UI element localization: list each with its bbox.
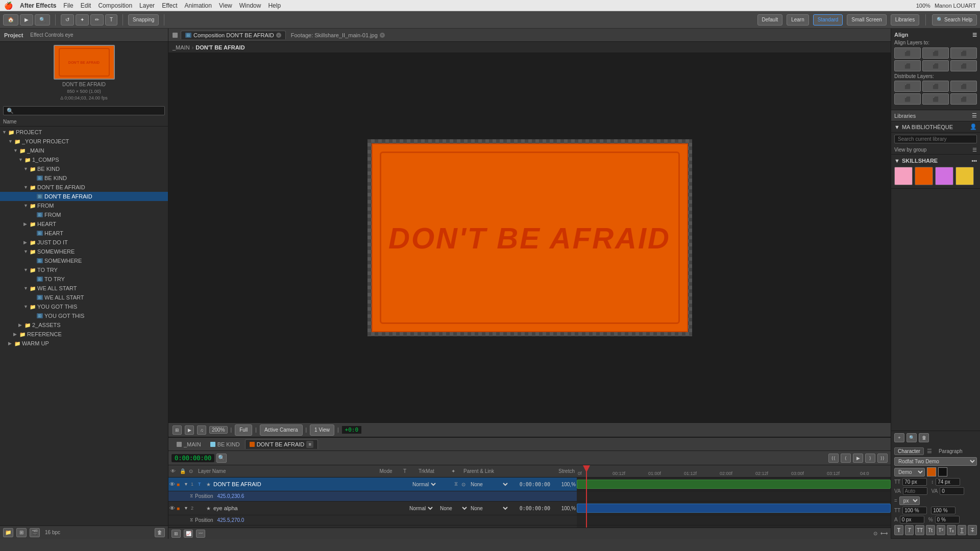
footage-tab-close[interactable]: × <box>380 33 385 38</box>
snapping-toggle[interactable]: Snapping <box>128 14 159 26</box>
tl-tab-be-kind[interactable]: BE KIND <box>206 440 244 448</box>
character-tab[interactable]: Character <box>894 447 924 455</box>
tl-current-time[interactable]: 0:00:00:00 <box>172 454 214 462</box>
project-search-input[interactable] <box>3 106 165 115</box>
puppet-tool[interactable]: ✦ <box>76 14 89 26</box>
expand-we-all-start-folder[interactable]: ▼ <box>23 286 30 291</box>
comp-views-select[interactable]: 1 View <box>310 424 334 436</box>
tree-to-try-folder[interactable]: ▼ 📁 TO TRY <box>0 265 168 274</box>
tl-l1-position-value[interactable]: 425.0,230.6 <box>217 493 244 499</box>
new-comp-btn[interactable]: ⊞ <box>16 528 27 537</box>
expand-warm-up[interactable]: ▶ <box>8 341 14 346</box>
char-leading-input[interactable] <box>936 478 960 486</box>
paragraph-tab[interactable]: Paragraph <box>935 447 966 455</box>
expand-comps[interactable]: ▼ <box>18 157 24 162</box>
dist-center-h-btn[interactable]: ⬛ <box>922 81 949 92</box>
file-menu[interactable]: File <box>63 2 73 9</box>
char-underline-btn[interactable]: T <box>958 525 967 535</box>
skillshare-group-header[interactable]: ▼ SKILLSHARE ••• <box>894 158 977 164</box>
layer-menu[interactable]: Layer <box>139 2 155 9</box>
expand-assets[interactable]: ▶ <box>18 322 24 328</box>
tl-prev-keyframe-btn[interactable]: ⟨ <box>841 454 851 463</box>
char-kern-input[interactable] <box>903 487 927 495</box>
new-folder-btn[interactable]: 📁 <box>3 528 13 537</box>
project-tree[interactable]: ▼ 📁 PROJECT ▼ 📁 _YOUR PROJECT ▼ 📁 _MAIN … <box>0 127 168 525</box>
align-top-btn[interactable]: ⬛ <box>894 60 921 71</box>
char-font-select[interactable]: Rodfat Two Demo <box>894 457 977 466</box>
tl-bottom-motion-btn[interactable]: 〰 <box>196 530 205 538</box>
tl-l2-expand[interactable]: ▼ <box>184 506 191 511</box>
workspace-standard[interactable]: Standard <box>813 14 843 26</box>
tl-l1-keys-toggle[interactable]: ⧖ <box>454 481 461 487</box>
align-right-btn[interactable]: ⬛ <box>950 47 977 59</box>
tree-you-got-this-comp[interactable]: ⊞ YOU GOT THIS <box>0 311 168 320</box>
window-menu[interactable]: Window <box>239 2 261 9</box>
lib-search-input[interactable] <box>894 135 977 143</box>
tree-heart-folder[interactable]: ▶ 📁 HEART <box>0 219 168 229</box>
char-sub-btn[interactable]: T₂ <box>947 525 956 535</box>
breadcrumb-main[interactable]: _MAIN <box>173 44 190 51</box>
comp-tab-dba[interactable]: ⊞ Composition DON'T BE AFRAID × <box>181 31 286 39</box>
tl-next-keyframe-btn[interactable]: ⟩ <box>865 454 875 463</box>
tl-l1-mode[interactable]: Normal <box>410 481 441 488</box>
ma-bibliotheque-header[interactable]: ▼ MA BIBLIOTHÈQUE 👤 <box>891 121 980 133</box>
align-settings-icon[interactable]: ☰ <box>972 32 977 38</box>
lib-search-btn[interactable]: 🔍 <box>906 433 917 442</box>
tl-l1-solo[interactable]: ⊙ <box>461 482 469 487</box>
tree-to-try-comp[interactable]: ⊞ TO TRY <box>0 274 168 284</box>
tl-l2-position-value[interactable]: 425.5,270.0 <box>217 517 244 523</box>
tree-heart-comp[interactable]: ⊞ HEART <box>0 229 168 238</box>
workspace-learn[interactable]: Learn <box>787 14 809 26</box>
tl-l1-parent-select[interactable]: None <box>469 481 509 488</box>
tree-dba-folder[interactable]: ▼ 📁 DON'T BE AFRAID <box>0 183 168 192</box>
expand-main[interactable]: ▼ <box>13 148 19 153</box>
dist-center-v-btn[interactable]: ⬛ <box>922 93 949 105</box>
char-track-input[interactable] <box>940 487 964 495</box>
lib-swatch-purple[interactable] <box>935 167 953 185</box>
char-style-select[interactable]: Demo <box>894 468 925 477</box>
delete-btn[interactable]: 🗑 <box>155 528 165 537</box>
char-strikethrough-btn[interactable]: T <box>968 525 977 535</box>
libraries-header[interactable]: Libraries ☰ <box>891 110 980 121</box>
skillshare-more-icon[interactable]: ••• <box>971 158 977 164</box>
align-center-h-btn[interactable]: ⬛ <box>922 47 949 59</box>
tree-reference[interactable]: ▶ 📁 REFERENCE <box>0 330 168 339</box>
composition-menu[interactable]: Composition <box>98 2 132 9</box>
view-menu[interactable]: View <box>219 2 232 9</box>
char-units-select[interactable]: px <box>899 496 920 505</box>
expand-reference[interactable]: ▶ <box>13 332 19 337</box>
tree-be-kind-folder[interactable]: ▼ 📁 BE KIND <box>0 164 168 173</box>
text-tool[interactable]: T <box>105 14 117 26</box>
rotation-tool[interactable]: ↺ <box>61 14 74 26</box>
footage-tab[interactable]: Footage: Skillshare_II_main-01.jpg × <box>287 31 389 39</box>
char-fill-color[interactable] <box>927 467 936 477</box>
char-size-input[interactable] <box>902 478 927 486</box>
dist-left-btn[interactable]: ⬛ <box>894 81 921 92</box>
tl-layer-2[interactable]: 👁 ■ ▼ 2 ★ eye alpha Normal <box>168 502 577 515</box>
expand-your-project[interactable]: ▼ <box>8 139 14 144</box>
tree-we-all-start-folder[interactable]: ▼ 📁 WE ALL START <box>0 284 168 293</box>
tl-goto-start-btn[interactable]: ⟨⟨ <box>828 454 839 463</box>
expand-heart-folder[interactable]: ▶ <box>23 221 30 227</box>
expand-be-kind[interactable]: ▼ <box>23 166 30 171</box>
zoom-tool[interactable]: 🔍 <box>35 14 50 26</box>
char-allcaps-btn[interactable]: TT <box>915 525 924 535</box>
tree-somewhere-comp[interactable]: ⊞ SOMEWHERE <box>0 256 168 265</box>
app-name-menu[interactable]: After Effects <box>20 2 56 9</box>
expand-to-try-folder[interactable]: ▼ <box>23 267 30 272</box>
char-scalev-input[interactable] <box>931 507 955 514</box>
view-by-label[interactable]: View by group <box>894 147 926 153</box>
tl-l2-position-stopwatch[interactable]: ⧖ <box>190 517 193 523</box>
libraries-menu-icon[interactable]: ☰ <box>972 112 977 119</box>
char-scaleh-input[interactable] <box>902 507 927 514</box>
char-baseline-input[interactable] <box>900 516 924 523</box>
tl-l1-expand[interactable]: ▼ <box>184 482 191 487</box>
comp-camera-select[interactable]: Active Camera <box>260 424 303 436</box>
tree-we-all-start-comp[interactable]: ⊞ WE ALL START <box>0 293 168 302</box>
lib-delete-btn[interactable]: 🗑 <box>919 433 929 442</box>
expand-somewhere-folder[interactable]: ▼ <box>23 249 30 254</box>
char-tsume-input[interactable] <box>935 516 960 523</box>
tl-l2-trkmat-select[interactable]: None <box>438 505 469 512</box>
char-smallcaps-btn[interactable]: Tt <box>926 525 935 535</box>
tl-layer-1[interactable]: 👁 ■ ▼ 1 T ★ DON'T BE AFRAID Normal <box>168 478 577 491</box>
